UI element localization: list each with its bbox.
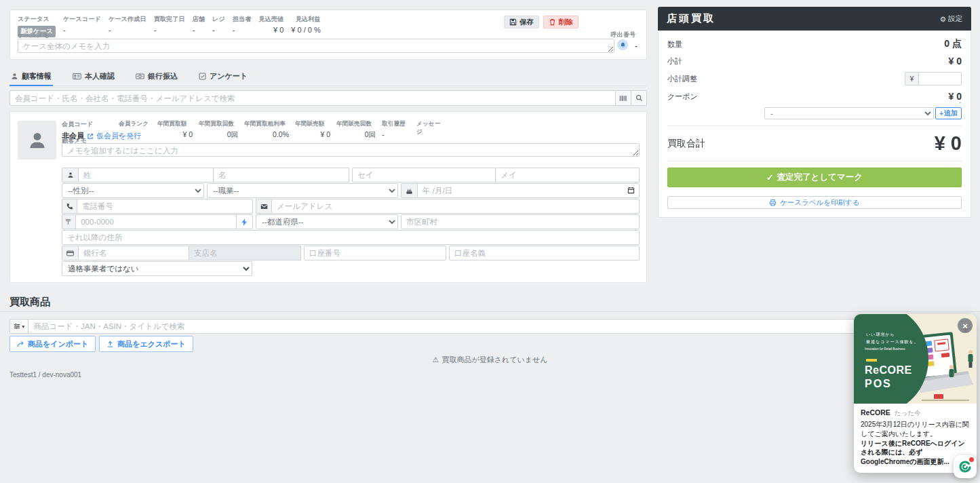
field-purchase-done: 買取完了日 - (154, 15, 185, 37)
field-store: 店舗 - (193, 15, 205, 37)
id-card-icon (73, 73, 81, 80)
case-memo-input[interactable] (18, 39, 614, 53)
search-icon (635, 94, 643, 102)
sliders-icon (14, 323, 20, 330)
prefecture-select[interactable]: --都道府県-- (256, 214, 398, 229)
notification-close-button[interactable]: × (958, 318, 973, 333)
call-number-value: - (635, 41, 638, 50)
credit-card-icon (62, 246, 78, 260)
customer-memo-input[interactable] (62, 143, 640, 157)
invoice-qualification-select[interactable]: 適格事業者ではない (62, 261, 252, 276)
email-input[interactable] (271, 199, 640, 214)
account-number-input[interactable] (304, 246, 446, 260)
delete-button[interactable]: 削除 (543, 16, 579, 28)
chat-logo-icon (958, 460, 972, 474)
tab-survey[interactable]: アンケート (197, 70, 249, 85)
last-name-kana-input[interactable] (352, 168, 496, 182)
bank-name-input[interactable] (78, 246, 189, 260)
customer-card: 会員コード 非会員 仮会員を発行 会員ランク - 年間買取額 ¥ 0 年間買取回… (9, 111, 647, 283)
barcode-icon (619, 95, 627, 102)
lightning-icon (241, 218, 248, 226)
gear-icon: ⚙ (940, 15, 946, 23)
product-search-input[interactable] (28, 319, 971, 334)
purchase-panel-header: 店頭買取 ⚙ 設定 (658, 7, 971, 31)
first-name-input[interactable] (214, 168, 349, 182)
import-products-button[interactable]: 商品をインポート (9, 336, 96, 352)
bell-icon (620, 42, 626, 48)
call-number-bell-button[interactable] (617, 39, 628, 50)
notification-popup: いい環境から 最適なコマース体験を。 Innovation for Retail… (854, 314, 977, 473)
notification-brand-pos: POS (865, 378, 892, 390)
call-number-label: 呼出番号 (609, 31, 638, 39)
total-value: ¥ 0 (935, 132, 962, 155)
save-icon (509, 18, 517, 26)
coupon-dash: - (667, 99, 961, 106)
quantity-value: 0 点 (944, 38, 962, 50)
warning-icon: ⚠ (433, 355, 439, 364)
check-square-icon (199, 73, 206, 80)
purchase-panel-body: 数量 0 点 小計 ¥ 0 小計調整 ¥ クーポン ¥ 0 - - + 追加 (658, 31, 971, 218)
footer-user-info: Testtest1 / dev-nova001 (9, 371, 81, 379)
settings-button[interactable]: ⚙ 設定 (940, 14, 962, 24)
notification-sender: ReCORE (861, 408, 890, 417)
panel-title: 店頭買取 (667, 12, 716, 25)
customer-search-input[interactable] (9, 90, 616, 106)
first-name-kana-input[interactable] (496, 168, 640, 182)
postal-code-input[interactable] (75, 214, 237, 229)
avatar-person-icon (27, 130, 47, 151)
tab-customer-info[interactable]: 顧客情報 (9, 70, 53, 86)
subtotal-row: 小計 ¥ 0 (667, 56, 962, 66)
birthday-input[interactable] (417, 183, 640, 198)
address-input[interactable] (62, 230, 640, 245)
name-person-icon (62, 168, 78, 182)
products-divider (0, 311, 980, 312)
city-input[interactable] (401, 214, 640, 229)
plus-icon: + (939, 110, 943, 117)
mark-assessment-complete-button[interactable]: ✓ 査定完了としてマーク (667, 168, 962, 187)
chat-widget-button[interactable] (954, 455, 977, 478)
product-filter-button[interactable]: ▾ (9, 319, 28, 334)
field-case-code: ケースコード - (63, 15, 101, 37)
status-label: ステータス (18, 15, 56, 24)
gender-select[interactable]: --性別-- (62, 183, 204, 198)
barcode-scan-button[interactable] (616, 90, 631, 106)
product-actions: 商品をインポート 商品をエクスポート (9, 336, 193, 352)
check-icon: ✓ (766, 172, 773, 182)
notification-timestamp: たった今 (895, 409, 921, 418)
coupon-select[interactable]: - (764, 107, 934, 119)
account-name-input[interactable] (449, 246, 640, 260)
chat-notification-dot (969, 457, 974, 462)
trash-icon (549, 18, 556, 26)
print-case-label-button[interactable]: ケースラベルを印刷する (667, 196, 962, 209)
notification-image[interactable]: いい環境から 最適なコマース体験を。 Innovation for Retail… (854, 314, 977, 404)
notification-brand-recore: ReCORE (865, 364, 912, 376)
purchase-panel: 店頭買取 ⚙ 設定 数量 0 点 小計 ¥ 0 小計調整 ¥ クーポン ¥ 0 … (658, 7, 971, 218)
notification-tagline-1: いい環境から (866, 332, 895, 338)
notification-green-blob (854, 314, 928, 404)
occupation-select[interactable]: --職業-- (207, 183, 398, 198)
total-row: 買取合計 ¥ 0 (667, 132, 962, 155)
phone-input[interactable] (77, 199, 253, 214)
tab-bank-transfer[interactable]: 銀行振込 (134, 70, 179, 85)
branch-name-input (189, 246, 301, 260)
subtotal-adjust-row: 小計調整 ¥ (667, 72, 962, 85)
product-search-bar: ▾ (9, 319, 971, 334)
search-button[interactable] (631, 90, 647, 106)
customer-form: --性別-- --職業-- (62, 168, 640, 276)
calendar-icon[interactable] (627, 187, 635, 194)
upload-icon (106, 341, 114, 348)
products-title: 買取商品 (9, 296, 50, 309)
last-name-input[interactable] (78, 168, 214, 182)
phone-icon (62, 199, 77, 214)
postal-lookup-button[interactable] (237, 214, 253, 229)
coupon-select-row: - + 追加 (667, 107, 962, 119)
subtotal-adjust-input[interactable] (918, 72, 962, 85)
avatar (18, 121, 56, 159)
export-products-button[interactable]: 商品をエクスポート (99, 336, 193, 352)
save-button[interactable]: 保存 (504, 16, 539, 28)
products-empty-message: ⚠ 買取商品が登録されていません (0, 355, 980, 365)
add-coupon-button[interactable]: + 追加 (935, 107, 962, 119)
notification-yellow-dash (866, 359, 877, 362)
tab-identity-check[interactable]: 本人確認 (71, 70, 116, 85)
quantity-row: 数量 0 点 (667, 38, 962, 50)
